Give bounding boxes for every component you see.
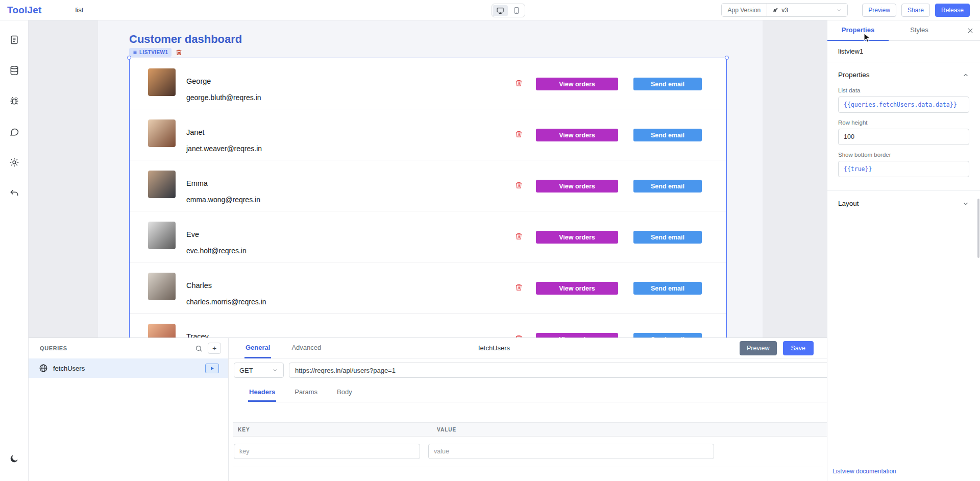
send-email-button[interactable]: Send email bbox=[633, 129, 702, 141]
comments-icon[interactable] bbox=[6, 123, 23, 140]
show-bottom-border-input[interactable] bbox=[838, 161, 969, 177]
run-query-button[interactable] bbox=[205, 364, 219, 373]
version-value: v3 bbox=[781, 7, 788, 14]
send-email-button[interactable]: Send email bbox=[633, 180, 702, 193]
version-select[interactable]: v3 bbox=[767, 4, 847, 16]
send-email-button[interactable]: Send email bbox=[633, 231, 702, 244]
preview-button[interactable]: Preview bbox=[862, 4, 896, 17]
view-orders-button[interactable]: View orders bbox=[536, 282, 618, 295]
avatar bbox=[148, 171, 176, 198]
delete-row-button[interactable] bbox=[515, 232, 523, 240]
queries-header: QUERIES bbox=[40, 345, 67, 351]
app-version-group: App Version v3 bbox=[721, 3, 848, 17]
database-icon[interactable] bbox=[6, 62, 23, 79]
method-value: GET bbox=[239, 367, 253, 374]
show-bottom-border-label: Show bottom border bbox=[838, 152, 969, 158]
header-key-input[interactable] bbox=[234, 444, 420, 459]
kv-table-header: KEY VALUE bbox=[233, 422, 840, 437]
customer-name: Eve bbox=[186, 230, 199, 238]
customer-email: charles.morris@reqres.in bbox=[186, 298, 266, 306]
query-editor: General Advanced fetchUsers Preview Save… bbox=[229, 338, 844, 481]
page-title[interactable]: Customer dashboard bbox=[129, 33, 242, 46]
selected-widget-label: LISTVIEW1 bbox=[139, 50, 168, 55]
selected-widget-badge: LISTVIEW1 bbox=[129, 48, 172, 57]
scrollbar-thumb[interactable] bbox=[977, 199, 979, 258]
delete-row-button[interactable] bbox=[515, 79, 523, 87]
delete-row-button[interactable] bbox=[515, 130, 523, 138]
listview-documentation-link[interactable]: Listview documentation bbox=[832, 468, 896, 475]
method-select[interactable]: GET bbox=[234, 363, 284, 378]
list-item: George george.bluth@reqres.in View order… bbox=[130, 58, 726, 109]
query-name: fetchUsers bbox=[53, 365, 85, 372]
list-item: Janet janet.weaver@reqres.in View orders… bbox=[130, 109, 726, 160]
query-preview-button[interactable]: Preview bbox=[740, 341, 776, 355]
view-orders-button[interactable]: View orders bbox=[536, 180, 618, 193]
divider bbox=[233, 467, 823, 467]
avatar bbox=[148, 119, 176, 147]
delete-row-button[interactable] bbox=[515, 283, 523, 291]
search-icon[interactable] bbox=[195, 345, 203, 352]
queries-sidebar: QUERIES + fetchUsers bbox=[29, 338, 229, 481]
tab-properties[interactable]: Properties bbox=[827, 20, 889, 41]
close-icon[interactable] bbox=[967, 27, 974, 34]
properties-section-header[interactable]: Properties bbox=[827, 62, 980, 81]
row-height-input[interactable] bbox=[838, 129, 969, 145]
desktop-view-button[interactable] bbox=[493, 5, 508, 16]
resize-handle[interactable] bbox=[725, 56, 729, 60]
list-data-label: List data bbox=[838, 87, 969, 93]
delete-row-button[interactable] bbox=[515, 181, 523, 189]
properties-section-label: Properties bbox=[838, 71, 870, 79]
query-panel: QUERIES + fetchUsers General Advanced fe… bbox=[29, 338, 827, 481]
query-list-item-fetchusers[interactable]: fetchUsers bbox=[29, 358, 228, 378]
list-data-input[interactable] bbox=[838, 97, 969, 113]
view-orders-button[interactable]: View orders bbox=[536, 129, 618, 141]
list-item: Charles charles.morris@reqres.in View or… bbox=[130, 262, 726, 314]
resize-handle[interactable] bbox=[127, 56, 131, 60]
add-query-button[interactable]: + bbox=[208, 343, 221, 354]
rest-api-icon bbox=[39, 364, 48, 373]
tab-body[interactable]: Body bbox=[336, 388, 353, 402]
tooljet-logo[interactable]: ToolJet bbox=[7, 5, 42, 16]
left-sidebar bbox=[0, 20, 29, 481]
avatar bbox=[148, 222, 176, 249]
monitor-icon bbox=[496, 7, 504, 15]
properties-panel: Properties Styles listview1 Properties L… bbox=[827, 20, 980, 481]
share-button[interactable]: Share bbox=[901, 4, 930, 17]
settings-icon[interactable] bbox=[6, 154, 23, 171]
tab-headers[interactable]: Headers bbox=[248, 388, 276, 402]
release-button[interactable]: Release bbox=[935, 4, 970, 17]
customer-email: eve.holt@reqres.in bbox=[186, 247, 247, 255]
list-item: Emma emma.wong@reqres.in View orders Sen… bbox=[130, 160, 726, 211]
avatar bbox=[148, 68, 176, 96]
debugger-icon[interactable] bbox=[6, 92, 23, 110]
dark-mode-icon[interactable] bbox=[6, 450, 23, 467]
query-save-button[interactable]: Save bbox=[783, 341, 814, 355]
customer-name: George bbox=[186, 77, 211, 85]
delete-widget-button[interactable] bbox=[176, 49, 182, 56]
listview-widget[interactable]: George george.bluth@reqres.in View order… bbox=[129, 58, 727, 364]
value-column-header: VALUE bbox=[437, 427, 456, 432]
view-orders-button[interactable]: View orders bbox=[536, 78, 618, 90]
header-value-input[interactable] bbox=[428, 444, 714, 459]
widget-name: listview1 bbox=[827, 41, 980, 62]
pages-icon[interactable] bbox=[6, 31, 23, 49]
app-version-label: App Version bbox=[722, 4, 767, 16]
send-email-button[interactable]: Send email bbox=[633, 282, 702, 295]
mobile-view-button[interactable] bbox=[509, 5, 524, 16]
tab-general[interactable]: General bbox=[244, 338, 271, 358]
view-orders-button[interactable]: View orders bbox=[536, 231, 618, 244]
chevron-down-icon bbox=[272, 367, 278, 373]
send-email-button[interactable]: Send email bbox=[633, 78, 702, 90]
layout-section-header[interactable]: Layout bbox=[827, 190, 980, 209]
key-column-header: KEY bbox=[233, 427, 437, 432]
app-name[interactable]: list bbox=[76, 6, 84, 14]
url-input[interactable] bbox=[289, 363, 840, 378]
undo-icon[interactable] bbox=[6, 184, 23, 202]
customer-name: Charles bbox=[186, 281, 212, 290]
tab-advanced[interactable]: Advanced bbox=[290, 338, 322, 358]
chevron-up-icon bbox=[962, 71, 969, 79]
tab-styles[interactable]: Styles bbox=[889, 20, 950, 41]
device-toggle bbox=[492, 4, 525, 17]
avatar bbox=[148, 273, 176, 300]
tab-params[interactable]: Params bbox=[293, 388, 318, 402]
